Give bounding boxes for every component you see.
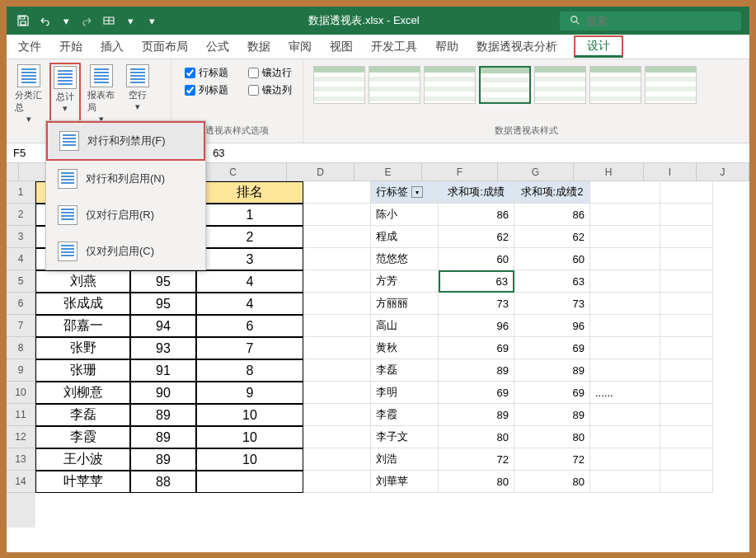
cell[interactable]: 96: [439, 315, 514, 337]
grandtotals-button[interactable]: 总计▾: [49, 63, 81, 126]
cell[interactable]: [303, 270, 371, 293]
tab-home[interactable]: 开始: [58, 35, 84, 59]
cell[interactable]: 李明: [371, 382, 439, 404]
cell[interactable]: 7: [196, 337, 303, 359]
cell[interactable]: 行标签▾: [371, 181, 439, 204]
cell[interactable]: 80: [439, 471, 514, 493]
cell[interactable]: [590, 359, 660, 382]
cell[interactable]: [303, 404, 371, 426]
cell[interactable]: [303, 204, 371, 226]
search-input[interactable]: [586, 15, 718, 27]
cell[interactable]: 73: [439, 293, 514, 315]
cell[interactable]: 刘柳意: [35, 382, 130, 404]
subtotals-button[interactable]: 分类汇总▾: [13, 63, 45, 126]
cell[interactable]: 刘浩: [371, 448, 439, 471]
row-header[interactable]: 11: [7, 404, 35, 426]
col-header-F[interactable]: F: [422, 163, 498, 181]
tab-design[interactable]: 设计: [574, 35, 623, 58]
pivot-style-swatch[interactable]: [534, 66, 586, 104]
cell[interactable]: [590, 315, 660, 337]
tab-pivot-analyze[interactable]: 数据透视表分析: [475, 35, 559, 59]
cell[interactable]: 86: [514, 204, 590, 226]
cell[interactable]: 72: [439, 448, 514, 471]
redo-icon[interactable]: [79, 12, 96, 29]
overflow-icon[interactable]: ▾: [143, 12, 160, 29]
cell[interactable]: [303, 293, 371, 315]
cell[interactable]: 方芳: [371, 270, 439, 293]
filter-icon[interactable]: ▾: [411, 186, 423, 198]
cell[interactable]: [660, 359, 713, 382]
cell[interactable]: [660, 270, 713, 293]
cell[interactable]: [303, 226, 371, 248]
cell[interactable]: 黄秋: [371, 337, 439, 359]
cell[interactable]: 62: [439, 226, 514, 248]
tab-formulas[interactable]: 公式: [204, 35, 231, 59]
cell[interactable]: 6: [196, 315, 303, 337]
enable-rows-cols[interactable]: 对行和列启用(N): [46, 161, 205, 197]
row-header[interactable]: 10: [7, 382, 35, 404]
pivot-style-swatch[interactable]: [369, 66, 420, 104]
col-header-H[interactable]: H: [574, 163, 644, 181]
cell[interactable]: [660, 448, 713, 471]
cell[interactable]: [660, 204, 713, 226]
cell[interactable]: 李子文: [371, 426, 439, 448]
cell[interactable]: 刘燕: [35, 270, 130, 293]
cell[interactable]: 89: [130, 448, 196, 471]
cell[interactable]: 4: [196, 293, 303, 315]
banded-rows-check[interactable]: 镶边行: [248, 66, 292, 80]
cell[interactable]: 8: [196, 359, 303, 382]
pivot-style-swatch[interactable]: [589, 66, 641, 104]
disable-rows-cols[interactable]: 对行和列禁用(F): [46, 121, 205, 161]
row-header[interactable]: 2: [7, 204, 35, 226]
tab-developer[interactable]: 开发工具: [369, 35, 419, 59]
cell[interactable]: 90: [130, 382, 196, 404]
cell[interactable]: [590, 248, 660, 270]
pivot-style-swatch[interactable]: [645, 66, 697, 104]
tab-data[interactable]: 数据: [246, 35, 272, 59]
cell[interactable]: 69: [514, 337, 590, 359]
cell[interactable]: 69: [514, 382, 590, 404]
enable-rows-only[interactable]: 仅对行启用(R): [46, 197, 205, 233]
cell[interactable]: [660, 337, 713, 359]
grid-icon[interactable]: [101, 12, 117, 29]
cell[interactable]: 李霞: [35, 426, 130, 448]
cell[interactable]: 范悠悠: [371, 248, 439, 270]
cell[interactable]: [590, 471, 660, 493]
row-header[interactable]: 7: [7, 315, 35, 337]
undo-icon[interactable]: [36, 12, 53, 29]
col-header-G[interactable]: G: [498, 163, 574, 181]
cell[interactable]: 96: [514, 315, 590, 337]
cell[interactable]: 求和项:成绩: [439, 181, 514, 204]
cell[interactable]: [303, 359, 371, 382]
row-header[interactable]: 6: [7, 293, 35, 315]
cell[interactable]: 李霞: [371, 404, 439, 426]
cell[interactable]: 程成: [371, 226, 439, 248]
tab-help[interactable]: 帮助: [434, 35, 460, 59]
cell[interactable]: [660, 315, 713, 337]
cell[interactable]: 李磊: [35, 404, 130, 426]
cell[interactable]: 69: [439, 382, 514, 404]
cell[interactable]: 邵嘉一: [35, 315, 130, 337]
blank-rows-button[interactable]: 空行▾: [122, 63, 153, 126]
chevron-down-icon[interactable]: ▾: [122, 12, 139, 29]
cell[interactable]: 刘華苹: [371, 471, 439, 493]
cell[interactable]: 89: [130, 426, 196, 448]
formula-value[interactable]: 63: [208, 147, 229, 159]
row-header[interactable]: 9: [7, 359, 35, 382]
cell[interactable]: [303, 382, 371, 404]
cell[interactable]: [590, 293, 660, 315]
cell[interactable]: [303, 181, 371, 204]
pivot-style-swatch[interactable]: [424, 66, 476, 104]
report-layout-button[interactable]: 报表布局▾: [86, 63, 117, 126]
cell[interactable]: 方丽丽: [371, 293, 439, 315]
cell[interactable]: [590, 226, 660, 248]
cell[interactable]: 95: [130, 270, 196, 293]
cell[interactable]: [590, 181, 660, 204]
cell[interactable]: 69: [439, 337, 514, 359]
cell[interactable]: ......: [590, 382, 660, 404]
row-header[interactable]: 1: [7, 181, 35, 204]
cell[interactable]: 2: [196, 226, 303, 248]
cell[interactable]: [660, 404, 713, 426]
cell[interactable]: [303, 448, 371, 471]
cell[interactable]: 李磊: [371, 359, 439, 382]
